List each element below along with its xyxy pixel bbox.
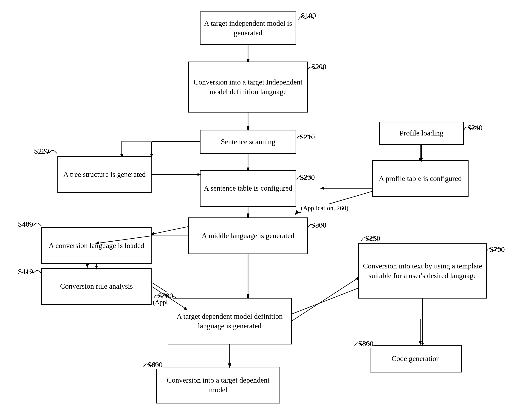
svg-marker-59 [320, 187, 324, 190]
svg-line-39 [39, 224, 41, 226]
svg-line-41 [168, 296, 169, 298]
wavy-s200 [305, 63, 324, 72]
wavy-s300 [306, 220, 324, 230]
wavy-s400 [23, 219, 42, 229]
wavy-s210 [295, 132, 313, 142]
box-s250: A profile table is configured [372, 160, 469, 197]
box-s410: Conversion rule analysis [41, 268, 151, 305]
wavy-s600 [141, 360, 160, 369]
wavy-s410 [23, 267, 42, 276]
svg-marker-24 [228, 363, 231, 367]
box-s210: Sentence scanning [200, 130, 296, 154]
svg-line-73 [292, 278, 358, 321]
svg-marker-14 [295, 210, 299, 215]
box-s800: Code generation [370, 345, 462, 373]
wavy-s800 [352, 339, 371, 348]
box-s100: A target independent model is generated [200, 11, 296, 45]
box-s200: Conversion into a target Independent mod… [188, 61, 308, 112]
box-s220: A tree structure is generated [57, 156, 151, 193]
box-s240: Profile loading [379, 122, 464, 145]
box-s500: A target dependent model definition lang… [168, 298, 292, 345]
svg-line-35 [310, 177, 312, 179]
wavy-s250 [359, 234, 378, 243]
svg-marker-28 [419, 341, 422, 345]
svg-line-42 [157, 365, 159, 367]
wavy-s500 [151, 291, 170, 300]
svg-marker-18 [86, 264, 89, 268]
svg-line-44 [368, 344, 370, 345]
flowchart-diagram: A target independent model is generated … [0, 0, 514, 420]
wavy-s700 [484, 245, 503, 254]
svg-line-40 [39, 272, 41, 273]
svg-line-34 [55, 151, 57, 153]
box-s300: A middle language is generated [188, 218, 308, 254]
svg-line-33 [310, 137, 312, 139]
wavy-s220 [39, 147, 57, 156]
svg-line-38 [322, 225, 324, 227]
box-s600: Conversion into a target dependent model [156, 367, 280, 404]
label-app260: (Application, 260) [301, 204, 348, 212]
box-s700: Conversion into text by using a template… [358, 243, 487, 299]
svg-line-43 [500, 249, 502, 251]
wavy-s230 [295, 173, 313, 182]
box-s230: A sentence table is configured [200, 170, 296, 207]
svg-line-36 [478, 128, 480, 129]
wavy-s100 [296, 13, 315, 22]
svg-line-31 [312, 17, 314, 20]
svg-line-37 [375, 238, 377, 240]
wavy-s240 [462, 123, 480, 132]
svg-marker-16 [247, 214, 249, 218]
svg-marker-22 [247, 294, 249, 298]
svg-marker-3 [247, 126, 249, 130]
svg-line-32 [322, 68, 323, 70]
box-s400: A conversion language is loaded [41, 227, 151, 264]
